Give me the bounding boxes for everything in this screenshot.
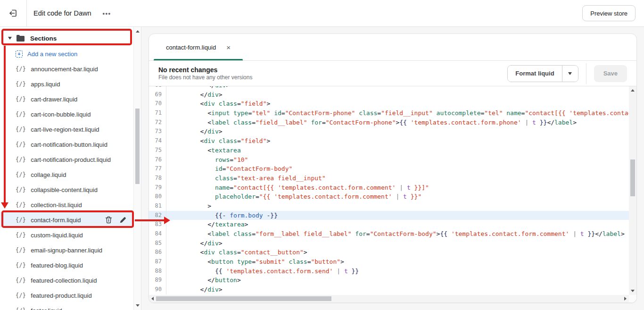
liquid-file-icon: {/} [16,81,26,87]
file-item-announcement-bar-liquid[interactable]: {/}announcement-bar.liquid [0,61,141,76]
file-name: custom-liquid.liquid [31,232,83,239]
code-line-68[interactable]: 68 </div> [149,86,629,90]
code-line-84[interactable]: 84 <label class="form__label field__labe… [149,229,629,239]
save-button[interactable]: Save [594,65,627,82]
code-line-content: </button> [166,276,629,285]
code-line-content: </div> [166,285,629,294]
code-area[interactable]: 68 </div>69 </div>70 <div class="field">… [149,86,629,295]
line-number: 80 [149,192,166,201]
vertical-scrollbar-thumb[interactable] [630,159,635,196]
page-title: Edit code for Dawn [33,9,91,17]
code-line-69[interactable]: 69 </div> [149,90,629,100]
code-line-90[interactable]: 90 </div> [149,285,629,294]
file-item-apps-liquid[interactable]: {/}apps.liquid [0,76,141,92]
file-name: cart-notification-product.liquid [31,156,111,163]
tab-contact-form-liquid[interactable]: contact-form.liquid × [154,34,243,60]
sidebar-scrollbar[interactable] [133,27,141,310]
code-line-78[interactable]: 78 class="text-area field__input" [149,174,629,183]
code-line-85[interactable]: 85 </div> [149,239,629,248]
file-name: featured-collection.liquid [31,277,97,284]
chevron-down-icon [8,37,12,40]
code-line-80[interactable]: 80 placeholder="{{ 'templates.contact.fo… [149,192,629,201]
code-line-content: <label class="field__label" for="Contact… [166,118,629,127]
line-number: 86 [149,248,166,257]
file-actions [105,216,126,224]
code-line-83[interactable]: 83 </textarea> [149,220,629,229]
code-line-70[interactable]: 70 <div class="field"> [149,99,629,109]
file-name: featured-blog.liquid [31,262,83,269]
file-name: featured-product.liquid [31,292,91,299]
exit-code-editor-button[interactable] [0,0,27,26]
file-item-custom-liquid-liquid[interactable]: {/}custom-liquid.liquid [0,227,141,243]
code-line-content: <div class="field"> [166,99,629,109]
code-line-88[interactable]: 88 {{ 'templates.contact.form.send' | t … [149,267,629,276]
file-item-cart-drawer-liquid[interactable]: {/}cart-drawer.liquid [0,92,141,107]
body: Sections + Add a new section {/}announce… [0,27,644,310]
format-options-dropdown[interactable] [562,66,578,82]
code-line-79[interactable]: 79 name="contact[{{ 'templates.contact.f… [149,183,629,193]
liquid-file-icon: {/} [16,217,26,223]
preview-store-button[interactable]: Preview store [582,5,636,21]
scroll-down-arrow-icon[interactable] [136,304,140,307]
format-liquid-button[interactable]: Format liquid [508,66,561,82]
code-line-72[interactable]: 72 <label class="field__label" for="Cont… [149,118,629,127]
code-line-89[interactable]: 89 </button> [149,276,629,285]
file-item-email-signup-banner-liquid[interactable]: {/}email-signup-banner.liquid [0,243,141,258]
file-item-footer-liquid[interactable]: {/}footer.liquid [0,303,141,310]
code-line-content: > [166,201,629,211]
code-line-74[interactable]: 74 <div class="field"> [149,136,629,146]
editor-vertical-scrollbar[interactable] [629,86,636,295]
delete-file-icon[interactable] [105,216,112,224]
file-item-cart-live-region-text-liquid[interactable]: {/}cart-live-region-text.liquid [0,122,141,137]
sidebar-scrollbar-thumb[interactable] [135,109,140,184]
more-actions-button[interactable]: ••• [103,10,111,17]
code-line-76[interactable]: 76 rows="10" [149,155,629,165]
line-number: 69 [149,90,166,100]
file-list: {/}announcement-bar.liquid{/}apps.liquid… [0,61,141,310]
file-item-featured-blog-liquid[interactable]: {/}featured-blog.liquid [0,258,141,273]
code-line-82[interactable]: 82 {{- form.body -}} [149,211,629,220]
folder-label: Sections [30,35,57,42]
code-line-71[interactable]: 71 <input type="tel" id="ContactForm-pho… [149,109,629,118]
close-tab-icon[interactable]: × [226,44,231,51]
scroll-down-arrow-icon[interactable] [631,290,635,292]
file-name: cart-icon-bubble.liquid [31,111,91,118]
scroll-left-arrow-icon[interactable] [151,297,154,301]
editor-horizontal-scrollbar[interactable] [149,295,629,302]
file-name: cart-notification-button.liquid [31,141,107,148]
scroll-up-arrow-icon[interactable] [136,30,140,33]
file-item-cart-icon-bubble-liquid[interactable]: {/}cart-icon-bubble.liquid [0,107,141,122]
line-number: 85 [149,239,166,248]
liquid-file-icon: {/} [16,171,26,178]
file-item-featured-collection-liquid[interactable]: {/}featured-collection.liquid [0,273,141,288]
exit-icon [8,8,18,18]
add-new-section-button[interactable]: + Add a new section [0,46,141,61]
rename-file-icon[interactable] [119,217,126,224]
file-item-collapsible-content-liquid[interactable]: {/}collapsible-content.liquid [0,182,141,197]
file-item-cart-notification-button-liquid[interactable]: {/}cart-notification-button.liquid [0,137,141,152]
line-number: 71 [149,109,166,118]
file-item-collection-list-liquid[interactable]: {/}collection-list.liquid [0,197,141,212]
horizontal-scrollbar-thumb[interactable] [156,296,331,301]
line-number: 70 [149,99,166,109]
code-line-75[interactable]: 75 <textarea [149,146,629,155]
liquid-file-icon: {/} [16,111,26,117]
file-item-featured-product-liquid[interactable]: {/}featured-product.liquid [0,288,141,303]
file-item-collage-liquid[interactable]: {/}collage.liquid [0,167,141,182]
code-line-87[interactable]: 87 <button type="submit" class="button"> [149,257,629,267]
code-line-content: </textarea> [166,220,629,229]
sections-folder-row[interactable]: Sections [0,30,141,46]
file-item-contact-form-liquid[interactable]: {/}contact-form.liquid [0,212,141,227]
file-name: cart-drawer.liquid [31,96,77,103]
file-name: collage.liquid [31,171,66,178]
scroll-up-arrow-icon[interactable] [631,89,635,92]
file-item-cart-notification-product-liquid[interactable]: {/}cart-notification-product.liquid [0,152,141,167]
line-number: 89 [149,276,166,285]
scroll-right-arrow-icon[interactable] [624,297,627,301]
file-name: email-signup-banner.liquid [31,247,102,254]
code-line-73[interactable]: 73 </div> [149,127,629,136]
code-line-86[interactable]: 86 <div class="contact__button"> [149,248,629,257]
code-line-77[interactable]: 77 id="ContactForm-body" [149,164,629,174]
code-line-81[interactable]: 81 > [149,201,629,211]
editor-toolbar: No recent changes File does not have any… [149,61,636,86]
